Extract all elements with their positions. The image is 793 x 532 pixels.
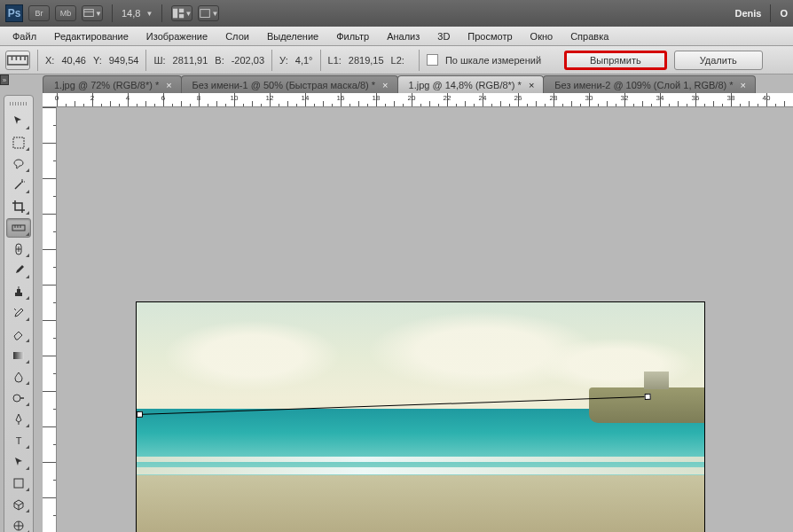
x-value: 40,46 bbox=[61, 55, 86, 66]
options-bar: X:40,46 Y:949,54 Ш:2811,91 В:-202,03 У:4… bbox=[0, 46, 793, 74]
document-tab[interactable]: Без имени-1 @ 50% (Быстрая маска/8) *× bbox=[181, 75, 398, 93]
tab-label: 1.jpg @ 14,8% (RGB/8*) * bbox=[409, 80, 522, 90]
l2-label: L2: bbox=[391, 55, 404, 66]
3d-tool[interactable] bbox=[6, 495, 31, 514]
brush-tool[interactable] bbox=[6, 261, 31, 280]
menu-analysis[interactable]: Анализ bbox=[378, 28, 428, 44]
menu-bar: Файл Редактирование Изображение Слои Выд… bbox=[0, 27, 793, 46]
menu-filter[interactable]: Фильтр bbox=[327, 28, 378, 44]
lasso-tool[interactable] bbox=[6, 154, 31, 174]
straighten-button[interactable]: Выпрямить bbox=[564, 51, 667, 70]
magic-wand-tool[interactable] bbox=[6, 176, 31, 195]
svg-rect-11 bbox=[13, 137, 24, 148]
bridge-button[interactable]: Br bbox=[28, 5, 50, 21]
menu-select[interactable]: Выделение bbox=[258, 28, 327, 44]
close-icon[interactable]: × bbox=[166, 80, 171, 90]
shape-tool[interactable] bbox=[6, 473, 31, 493]
arrange-docs-button[interactable]: ▼ bbox=[171, 5, 192, 21]
cs-live-user[interactable]: Denis bbox=[734, 8, 761, 19]
document-tab[interactable]: Без имени-2 @ 109% (Слой 1, RGB/8) *× bbox=[543, 75, 756, 93]
vertical-ruler[interactable] bbox=[43, 107, 57, 532]
tab-label: 1.jpg @ 72% (RGB/8*) * bbox=[54, 80, 159, 90]
dodge-tool[interactable] bbox=[6, 388, 31, 408]
close-icon[interactable]: × bbox=[741, 80, 746, 90]
close-icon[interactable]: × bbox=[529, 80, 534, 90]
y-label: Y: bbox=[93, 55, 102, 66]
svg-point-13 bbox=[21, 181, 23, 183]
angle-label: У: bbox=[279, 55, 288, 66]
3d-camera-tool[interactable] bbox=[6, 516, 31, 532]
l1-value: 2819,15 bbox=[349, 55, 384, 66]
type-tool[interactable]: T bbox=[6, 431, 31, 450]
move-tool[interactable] bbox=[6, 112, 31, 131]
path-selection-tool[interactable] bbox=[6, 452, 31, 472]
document-tab[interactable]: 1.jpg @ 14,8% (RGB/8*) *× bbox=[397, 75, 545, 93]
menu-edit[interactable]: Редактирование bbox=[45, 28, 137, 44]
spot-healing-tool[interactable] bbox=[6, 239, 31, 259]
svg-rect-5 bbox=[200, 10, 210, 18]
ruler-tool-icon[interactable] bbox=[5, 51, 30, 70]
collapse-tabs-icon[interactable]: » bbox=[0, 74, 9, 85]
svg-rect-31 bbox=[14, 479, 23, 488]
svg-rect-3 bbox=[179, 9, 184, 12]
l1-label: L1: bbox=[328, 55, 342, 66]
use-measurement-scale-checkbox[interactable] bbox=[427, 54, 438, 66]
document-tabs: 1.jpg @ 72% (RGB/8*) *× Без имени-1 @ 50… bbox=[43, 75, 755, 93]
gradient-tool[interactable] bbox=[6, 346, 31, 365]
svg-rect-4 bbox=[179, 14, 184, 18]
marquee-tool[interactable] bbox=[6, 133, 31, 153]
svg-line-12 bbox=[15, 183, 21, 189]
header-o: O bbox=[780, 8, 788, 19]
canvas-area[interactable] bbox=[57, 107, 793, 532]
panel-grip[interactable] bbox=[6, 99, 31, 108]
eraser-tool[interactable] bbox=[6, 325, 31, 344]
menu-view[interactable]: Просмотр bbox=[459, 28, 521, 44]
zoom-level[interactable]: 14,8 bbox=[122, 8, 140, 19]
svg-rect-0 bbox=[84, 10, 94, 17]
menu-image[interactable]: Изображение bbox=[137, 28, 216, 44]
history-brush-tool[interactable] bbox=[6, 303, 31, 323]
angle-value: 4,1° bbox=[295, 55, 313, 66]
document-tab[interactable]: 1.jpg @ 72% (RGB/8*) *× bbox=[43, 75, 182, 93]
menu-window[interactable]: Окно bbox=[522, 28, 562, 44]
svg-text:T: T bbox=[16, 435, 22, 446]
y-value: 949,54 bbox=[109, 55, 139, 66]
svg-rect-16 bbox=[12, 225, 25, 231]
w-value: 2811,91 bbox=[173, 55, 208, 66]
tools-panel: T bbox=[4, 95, 34, 532]
svg-point-27 bbox=[13, 395, 20, 402]
w-label: Ш: bbox=[153, 55, 165, 66]
view-extras-button[interactable]: ▼ bbox=[82, 5, 103, 21]
app-header: Ps Br Mb ▼ 14,8▼ ▼ ▼ Denis O bbox=[0, 0, 793, 27]
clear-button[interactable]: Удалить bbox=[674, 51, 763, 70]
clone-stamp-tool[interactable] bbox=[6, 282, 31, 301]
menu-help[interactable]: Справка bbox=[561, 28, 617, 44]
svg-rect-24 bbox=[17, 289, 20, 293]
screen-mode-button[interactable]: ▼ bbox=[198, 5, 219, 21]
svg-rect-26 bbox=[13, 352, 24, 359]
tab-label: Без имени-1 @ 50% (Быстрая маска/8) * bbox=[192, 80, 375, 90]
document-image bbox=[137, 302, 704, 532]
tab-label: Без имени-2 @ 109% (Слой 1, RGB/8) * bbox=[554, 80, 733, 90]
h-value: -202,03 bbox=[232, 55, 264, 66]
svg-rect-23 bbox=[15, 293, 22, 296]
h-label: В: bbox=[215, 55, 224, 66]
use-measurement-scale-label: По шкале измерений bbox=[445, 55, 541, 66]
blur-tool[interactable] bbox=[6, 367, 31, 387]
svg-rect-2 bbox=[173, 9, 177, 19]
photoshop-logo: Ps bbox=[5, 4, 23, 22]
minibridge-button[interactable]: Mb bbox=[55, 5, 76, 21]
close-icon[interactable]: × bbox=[382, 80, 388, 90]
ruler-tool[interactable] bbox=[6, 218, 31, 238]
menu-layer[interactable]: Слои bbox=[216, 28, 258, 44]
horizontal-ruler[interactable]: 0246810121416182022242628303234363840 bbox=[43, 93, 793, 107]
crop-tool[interactable] bbox=[6, 197, 31, 216]
menu-file[interactable]: Файл bbox=[4, 28, 45, 44]
menu-3d[interactable]: 3D bbox=[428, 28, 459, 44]
x-label: X: bbox=[45, 55, 54, 66]
pen-tool[interactable] bbox=[6, 410, 31, 429]
